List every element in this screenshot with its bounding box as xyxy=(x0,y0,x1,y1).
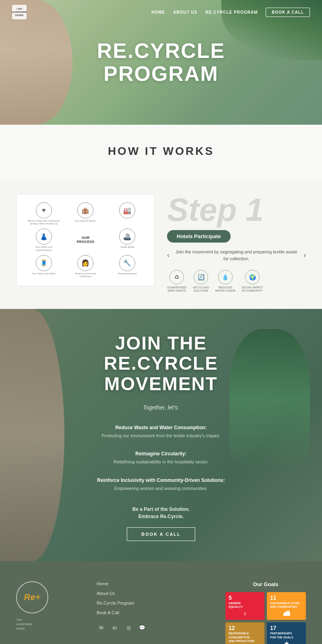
step-content: Step 1 Hotels Participate ‹ Join the mov… xyxy=(167,194,306,293)
footer-logo-circle: Re+ xyxy=(16,581,48,613)
join-section: JOIN THE RE.CYRCLE MOVEMENT Together, le… xyxy=(0,309,322,561)
feature-icon-social: 🌍 xyxy=(245,270,260,284)
step-description: Join the movement by segregating and pre… xyxy=(175,249,297,262)
process-item-7: 🧵 Turn Yarns Into Fabric xyxy=(25,255,63,278)
footer-chat-icon[interactable]: 💬 xyxy=(138,623,147,632)
step-feature-2: 🔄 UPCYCLINGSOLUTION xyxy=(193,270,209,293)
join-subtitle: Together, let's: xyxy=(60,404,262,411)
step-diagram: ♥ Back to Hotel and CommunityGiving a Ne… xyxy=(16,194,155,286)
footer-logo-tagline: i amsustainablestudio xyxy=(16,617,80,631)
join-item-2-desc: Redefining sustainability in the hospita… xyxy=(60,459,262,465)
step-feature-1: ♻ GUARANTEEDZERO WASTE xyxy=(167,270,187,293)
join-item-1: Reduce Waste and Water Consumption: Prot… xyxy=(60,425,262,439)
join-item-3-desc: Empowering women and weaving communities… xyxy=(60,485,262,492)
process-icons-grid: ♥ Back to Hotel and CommunityGiving a Ne… xyxy=(25,202,147,278)
step-feature-4: 🌍 SOCIAL IMPACTIN COMMUNITY xyxy=(242,270,263,293)
main-nav: HOME ABOUT US RE.CYRCLE PROGRAM BOOK A C… xyxy=(151,8,310,17)
step-number: Step 1 xyxy=(167,194,306,226)
process-item-1: ♥ Back to Hotel and CommunityGiving a Ne… xyxy=(25,202,63,225)
nav-about[interactable]: ABOUT US xyxy=(173,10,197,14)
footer-instagram-icon[interactable]: ◎ xyxy=(124,623,133,632)
join-title: JOIN THE RE.CYRCLE MOVEMENT xyxy=(60,333,262,394)
join-item-2: Reimagine Circularity: Redefining sustai… xyxy=(60,451,262,465)
feature-icon-zerowaste: ♻ xyxy=(169,270,184,284)
footer-top: Re+ i amsustainablestudio Home About Us … xyxy=(16,581,306,644)
feature-icon-upcycling: 🔄 xyxy=(194,270,208,284)
feature-icon-water: 💧 xyxy=(218,270,233,284)
goal-17: 17 PARTNERSHIPSFOR THE GOALS ✦ xyxy=(267,622,306,644)
process-center: OURPROCESS xyxy=(66,228,105,251)
step-navigation: ‹ Join the movement by segregating and p… xyxy=(167,249,306,262)
goal-12: 12 RESPONSIBLECONSUMPTIONAND PRODUCTION … xyxy=(225,622,264,644)
process-item-2: 🏨 Eco Hotel & Resort xyxy=(66,202,105,225)
join-item-3-title: Reinforce Inclusivity with Community-Dri… xyxy=(60,477,262,483)
nav-program[interactable]: RE.CYRCLE PROGRAM xyxy=(206,10,258,14)
join-item-3: Reinforce Inclusivity with Community-Dri… xyxy=(60,477,262,492)
site-footer: Re+ i amsustainablestudio Home About Us … xyxy=(0,561,322,644)
goals-title: Our Goals xyxy=(225,581,306,587)
step-badge: Hotels Participate xyxy=(167,230,231,243)
process-item-3: 🏭 xyxy=(108,202,147,225)
how-it-works-section: HOW IT WORKS xyxy=(0,125,322,182)
join-book-call-button[interactable]: BOOK A CALL xyxy=(127,527,195,541)
process-item-9: 🔧 Remanufacturing xyxy=(108,255,147,278)
footer-social-icons: ✉ in ◎ 💬 xyxy=(97,623,209,632)
process-diagram: ♥ Back to Hotel and CommunityGiving a Ne… xyxy=(16,194,155,286)
join-item-2-title: Reimagine Circularity: xyxy=(60,451,262,457)
logo-icon: i amsustainablestudio xyxy=(12,5,27,19)
footer-nav-about[interactable]: About Us xyxy=(97,591,209,596)
join-cta: Be a Part of the Solution. Embrace Re.Cy… xyxy=(60,506,262,541)
hero-section: i amsustainablestudio HOME ABOUT US RE.C… xyxy=(0,0,322,125)
step-prev-arrow[interactable]: ‹ xyxy=(167,251,169,259)
goals-grid: 5 GENDEREQUALITY ♀ 11 SUSTAINABLE CITIES… xyxy=(225,592,306,644)
footer-logo-col: Re+ i amsustainablestudio xyxy=(16,581,80,644)
goals-col: Our Goals 5 GENDEREQUALITY ♀ 11 SUSTAINA… xyxy=(225,581,306,644)
process-icon-textile: 🏭 xyxy=(119,202,135,218)
step-section: ♥ Back to Hotel and CommunityGiving a Ne… xyxy=(0,182,322,309)
footer-nav-home[interactable]: Home xyxy=(97,581,209,586)
process-icon-fabric: 👗 xyxy=(36,228,52,245)
step-next-arrow[interactable]: › xyxy=(303,251,306,259)
footer-nav-book[interactable]: Book A Call xyxy=(97,610,209,615)
step-feature-3: 💧 REDUCEDWATER USAGE xyxy=(215,270,235,293)
join-content: JOIN THE RE.CYRCLE MOVEMENT Together, le… xyxy=(0,309,322,561)
process-icon-yarn: 🧵 xyxy=(36,255,52,271)
join-item-1-desc: Protecting our environment from the text… xyxy=(60,432,262,439)
site-header: i amsustainablestudio HOME ABOUT US RE.C… xyxy=(0,0,322,24)
join-item-1-title: Reduce Waste and Water Consumption: xyxy=(60,425,262,430)
join-cta-text: Be a Part of the Solution. Embrace Re.Cy… xyxy=(60,506,262,520)
nav-book-call-button[interactable]: BOOK A CALL xyxy=(266,8,310,17)
step-features: ♻ GUARANTEEDZERO WASTE 🔄 UPCYCLINGSOLUTI… xyxy=(167,270,306,293)
footer-email-icon[interactable]: ✉ xyxy=(97,623,105,632)
how-it-works-title: HOW IT WORKS xyxy=(0,145,322,158)
footer-nav-col: Home About Us Re.Cyrcle Program Book A C… xyxy=(97,581,209,644)
process-icon-hotel: 🏨 xyxy=(77,202,93,218)
goal-11: 11 SUSTAINABLE CITIESAND COMMUNITIES 🏙 xyxy=(267,592,306,620)
process-item-6: 🚢 Textile Waste xyxy=(108,228,147,251)
process-icon-heart: ♥ xyxy=(36,202,52,218)
process-icon-community: 👩 xyxy=(77,255,93,271)
nav-home[interactable]: HOME xyxy=(151,10,165,14)
process-icon-ship: 🚢 xyxy=(119,228,135,245)
process-item-4: 👗 Turn Fabric IntoHotel Products xyxy=(25,228,63,251)
footer-linkedin-icon[interactable]: in xyxy=(110,623,119,632)
process-item-8: 👩 Send to Communityof Weavers xyxy=(66,255,105,278)
process-icon-remanu: 🔧 xyxy=(119,255,135,271)
goal-5: 5 GENDEREQUALITY ♀ xyxy=(225,592,264,620)
footer-logo-text: Re+ xyxy=(24,592,41,603)
footer-nav-program[interactable]: Re.Cyrcle Program xyxy=(97,601,209,605)
hero-title: RE.CYRCLE PROGRAM xyxy=(97,39,225,85)
logo: i amsustainablestudio xyxy=(12,5,27,19)
